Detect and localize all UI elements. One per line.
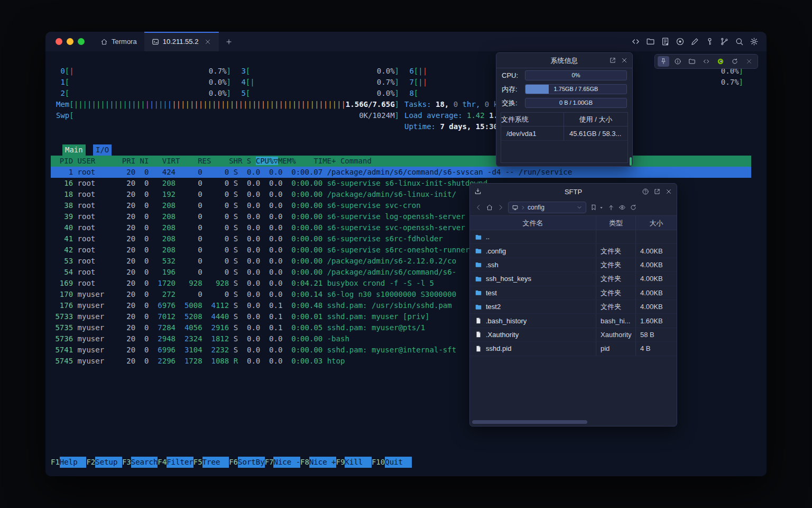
fkey-label[interactable]: Nice -: [273, 457, 300, 468]
meter-bar: 0%: [525, 70, 627, 80]
file-row[interactable]: .config文件夹4.00KB: [470, 244, 677, 258]
traffic-light-zoom[interactable]: [78, 38, 85, 45]
computer-icon: [512, 204, 519, 211]
cpu-meter-2: 2[0.0%]: [56, 88, 231, 99]
sftp-titlebar: SFTP: [470, 184, 677, 199]
resize-grip[interactable]: [630, 157, 632, 166]
close-tab-icon[interactable]: [204, 38, 211, 46]
fkey-f1[interactable]: F1: [51, 457, 60, 468]
home-icon[interactable]: [486, 204, 493, 211]
file-icon: [475, 317, 482, 324]
folder-icon[interactable]: [646, 37, 655, 46]
file-row[interactable]: ssh_host_keys文件夹4.00KB: [470, 272, 677, 286]
sysinfo-meter-row: CPU:0%: [496, 68, 632, 82]
fkey-label[interactable]: Search: [131, 457, 158, 468]
info-icon[interactable]: [672, 56, 684, 67]
fkey-f2[interactable]: F2: [86, 457, 95, 468]
file-row[interactable]: .XauthorityXauthority58 B: [470, 328, 677, 342]
terminal-icon: [152, 38, 159, 46]
tab-bar: Termora10.211.55.2: [45, 32, 767, 52]
code-icon[interactable]: [631, 37, 640, 46]
fkey-label[interactable]: Setup: [95, 457, 122, 468]
fkey-label[interactable]: Nice +: [309, 457, 336, 468]
htop-tab-io[interactable]: I/O: [93, 144, 112, 156]
folder-icon[interactable]: [686, 56, 698, 67]
new-tab-button[interactable]: [219, 32, 239, 51]
filesystem-row[interactable]: /dev/vda145.61GB / 58.3...: [501, 126, 628, 141]
file-row[interactable]: test2文件夹4.00KB: [470, 300, 677, 314]
file-row[interactable]: .bash_historybash_hi...1.60KB: [470, 314, 677, 328]
refresh-icon[interactable]: [729, 56, 741, 67]
folder-icon: [475, 275, 482, 283]
path-segment: config: [528, 202, 545, 213]
fkey-label[interactable]: Tree: [202, 457, 229, 468]
download-icon[interactable]: [474, 188, 482, 195]
caret-down-icon[interactable]: [599, 205, 604, 210]
traffic-light-close[interactable]: [56, 38, 62, 45]
file-row[interactable]: sshd.pidpid4 B: [470, 342, 677, 356]
branches-icon[interactable]: [720, 37, 729, 46]
fkey-f9[interactable]: F9: [336, 457, 345, 468]
log-icon[interactable]: [661, 37, 670, 46]
pin-icon[interactable]: [658, 56, 669, 67]
fkey-f5[interactable]: F5: [193, 457, 202, 468]
meter-label: CPU:: [502, 70, 521, 81]
fkey-f10[interactable]: F10: [372, 457, 385, 468]
fkey-f7[interactable]: F7: [265, 457, 274, 468]
upload-icon[interactable]: [607, 204, 615, 211]
key-icon[interactable]: [705, 37, 714, 46]
htop-tab-main[interactable]: Main: [62, 144, 86, 156]
tab-10-211-55-2[interactable]: 10.211.55.2: [144, 32, 219, 51]
process-table-header[interactable]: PID USER PRI NI VIRT RES SHR S CPU%▽MEM%…: [51, 156, 751, 167]
record-icon[interactable]: [676, 37, 685, 46]
desktop: Termora10.211.55.2 0[|0.7%] 1[0.0%] 2[0.…: [0, 0, 812, 508]
file-row[interactable]: test文件夹4.00KB: [470, 286, 677, 300]
cpu-meter-1: 1[0.0%]: [56, 77, 231, 88]
system-info-titlebar: 系统信息: [496, 53, 632, 68]
file-row[interactable]: .ssh文件夹4.00KB: [470, 258, 677, 272]
fkey-f6[interactable]: F6: [229, 457, 238, 468]
process-row[interactable]: 1 root 20 0 424 0 0 S 0.0 0.0 0:00.07 /p…: [51, 167, 751, 178]
close-icon[interactable]: [665, 188, 672, 195]
home-icon: [100, 38, 108, 46]
fkey-label[interactable]: SortBy: [238, 457, 265, 468]
plus-icon: [225, 38, 233, 46]
horizontal-scrollbar[interactable]: [472, 420, 587, 424]
cpu-meter-0: 0[|0.7%]: [56, 66, 231, 77]
swap-meter: Swp[0K/1024M]: [56, 110, 399, 121]
terminal-pane[interactable]: 0[|0.7%] 1[0.0%] 2[0.0%] 3[0.0%] 4[|0.7%…: [45, 51, 767, 476]
back-icon[interactable]: [475, 204, 482, 211]
fkey-label[interactable]: Help: [60, 457, 87, 468]
code-icon[interactable]: [700, 56, 712, 67]
fkey-f4[interactable]: F4: [158, 457, 167, 468]
fkey-f8[interactable]: F8: [300, 457, 309, 468]
search-icon[interactable]: [735, 37, 744, 46]
meter-label: 内存:: [502, 84, 521, 95]
file-icon: [475, 345, 482, 352]
bookmark-icon[interactable]: [590, 204, 597, 211]
close-icon[interactable]: [621, 57, 628, 64]
open-in-window-icon[interactable]: [653, 188, 661, 195]
gpu-icon[interactable]: [715, 56, 726, 67]
tab-termora[interactable]: Termora: [93, 32, 144, 51]
show-hidden-icon[interactable]: [619, 204, 626, 211]
cpu-meter-3: 3[0.0%]: [237, 66, 399, 77]
path-breadcrumb[interactable]: config: [508, 202, 586, 213]
edit-icon[interactable]: [690, 37, 699, 46]
refresh-icon[interactable]: [630, 204, 637, 211]
settings-icon[interactable]: [750, 37, 759, 46]
sftp-panel: SFTP config: [469, 183, 677, 427]
help-icon[interactable]: [642, 188, 649, 195]
filesystem-table: 文件系统使用 / 大小/dev/vda145.61GB / 58.3...: [501, 112, 628, 163]
fkey-label[interactable]: Quit: [385, 457, 412, 468]
open-in-window-icon[interactable]: [609, 57, 616, 64]
fkey-label[interactable]: Kill: [345, 457, 372, 468]
fkey-f3[interactable]: F3: [122, 457, 131, 468]
traffic-light-minimize[interactable]: [67, 38, 73, 45]
file-name: .ssh: [470, 259, 596, 270]
fkey-label[interactable]: Filter: [167, 457, 193, 468]
file-row[interactable]: ..: [470, 230, 677, 244]
forward-icon[interactable]: [497, 204, 504, 211]
file-icon: [475, 331, 482, 338]
close-icon[interactable]: [743, 56, 755, 67]
